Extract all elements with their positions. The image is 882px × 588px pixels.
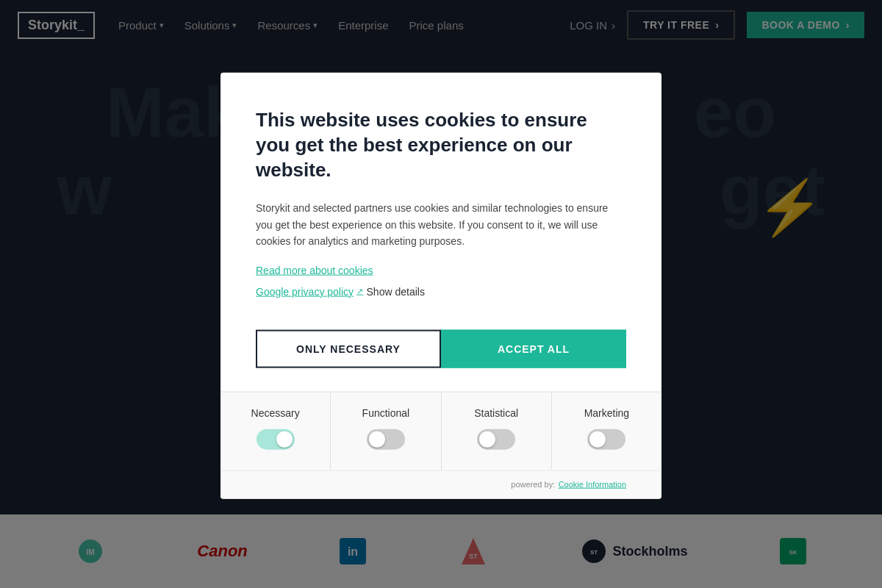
category-necessary: Necessary xyxy=(220,392,331,470)
accept-all-button[interactable]: ACCEPT ALL xyxy=(441,329,626,368)
read-more-cookies-link[interactable]: Read more about cookies xyxy=(256,264,626,276)
google-privacy-link[interactable]: Google privacy policy ↗ xyxy=(256,285,363,297)
cookie-footer: powered by: Cookie Information xyxy=(220,470,662,498)
cookie-information-link[interactable]: Cookie Information xyxy=(559,479,626,488)
category-marketing: Marketing xyxy=(552,392,662,470)
category-necessary-label: Necessary xyxy=(251,406,300,418)
statistical-toggle[interactable] xyxy=(477,429,515,449)
only-necessary-button[interactable]: ONLY NECESSARY xyxy=(256,329,441,368)
functional-toggle[interactable] xyxy=(367,429,405,449)
category-statistical: Statistical xyxy=(442,392,552,470)
toggle-thumb xyxy=(479,431,495,447)
show-details-link[interactable]: Show details xyxy=(367,285,425,297)
powered-by-label: powered by: xyxy=(511,479,555,488)
cookie-buttons: ONLY NECESSARY ACCEPT ALL xyxy=(256,329,626,368)
necessary-toggle[interactable] xyxy=(257,429,295,449)
category-statistical-label: Statistical xyxy=(474,406,518,418)
category-functional: Functional xyxy=(331,392,441,470)
category-marketing-label: Marketing xyxy=(584,406,629,418)
category-functional-label: Functional xyxy=(362,406,410,418)
cookie-consent-modal: This website uses cookies to ensure you … xyxy=(220,73,662,499)
toggle-thumb xyxy=(276,431,293,447)
toggle-thumb xyxy=(589,431,606,447)
cookie-description: Storykit and selected partners use cooki… xyxy=(256,200,626,249)
external-link-icon: ↗ xyxy=(356,287,363,296)
toggle-thumb xyxy=(369,431,385,447)
marketing-toggle[interactable] xyxy=(587,429,625,449)
cookie-categories: Necessary Functional Statistical Marketi… xyxy=(220,391,662,470)
cookie-body: This website uses cookies to ensure you … xyxy=(220,73,662,392)
cookie-title: This website uses cookies to ensure you … xyxy=(256,108,626,182)
